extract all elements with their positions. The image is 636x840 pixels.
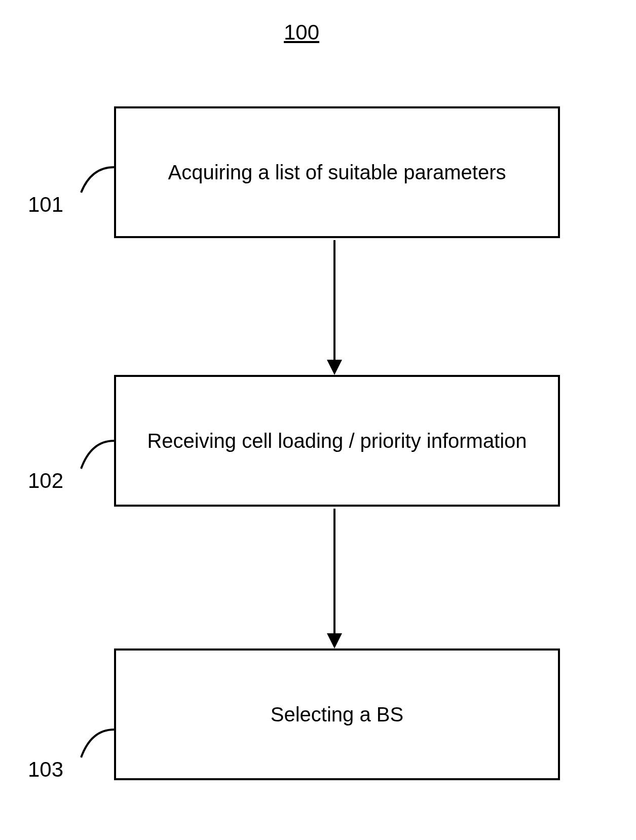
flowchart-canvas: 100 Acquiring a list of suitable paramet… (0, 0, 636, 840)
label-tick-103 (0, 0, 636, 840)
